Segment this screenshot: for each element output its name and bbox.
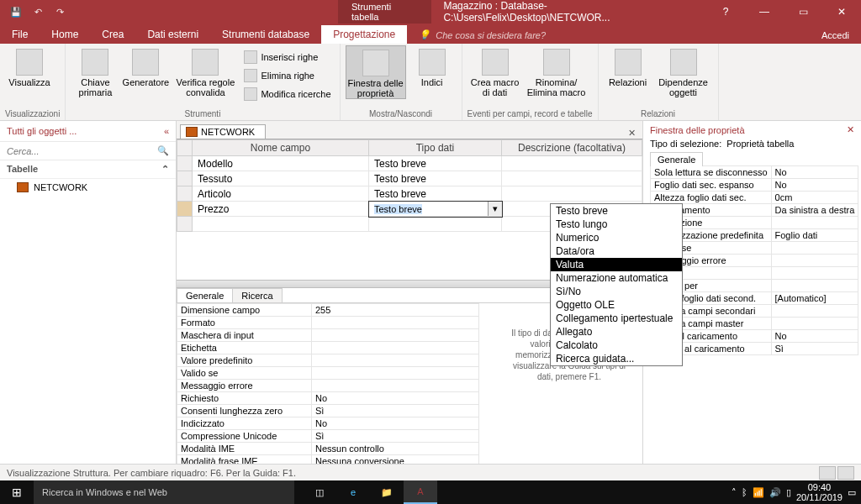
prop-value[interactable]: [312, 380, 479, 392]
prop-value[interactable]: [Automatico]: [771, 292, 858, 305]
sign-in-link[interactable]: Accedi: [810, 27, 861, 44]
prop-value[interactable]: No: [771, 166, 858, 179]
dropdown-option[interactable]: Testo lungo: [551, 218, 682, 231]
document-close-button[interactable]: ✕: [621, 128, 642, 139]
volume-icon[interactable]: 🔊: [769, 487, 781, 498]
fp-tab-lookup[interactable]: Ricerca: [232, 288, 282, 302]
data-type-cell[interactable]: Testo breve: [369, 186, 502, 202]
nav-category-tables[interactable]: Tabelle⌃: [0, 160, 176, 179]
tab-home[interactable]: Home: [40, 25, 90, 44]
prop-value[interactable]: [312, 317, 479, 329]
prop-value[interactable]: 255: [312, 304, 479, 317]
start-button[interactable]: ⊞: [0, 486, 34, 499]
dropdown-arrow-icon[interactable]: ▾: [488, 202, 501, 216]
delete-rows-button[interactable]: Elimina righe: [240, 67, 334, 84]
nav-title[interactable]: Tutti gli oggetti ...: [7, 126, 77, 136]
dropdown-option[interactable]: Oggetto OLE: [551, 298, 682, 312]
row-selector[interactable]: [177, 186, 193, 202]
desc-cell[interactable]: [502, 171, 642, 186]
primary-key-button[interactable]: Chiave primaria: [71, 45, 119, 97]
row-selector[interactable]: [177, 156, 193, 171]
taskbar-search[interactable]: Ricerca in Windows e nel Web: [34, 480, 294, 504]
redo-icon[interactable]: ↷: [50, 3, 69, 21]
property-sheet-button[interactable]: Finestra delle proprietà: [346, 45, 406, 99]
row-selector[interactable]: [177, 171, 193, 186]
object-dependencies-button[interactable]: Dipendenze oggetti: [654, 45, 713, 97]
prop-value[interactable]: No: [771, 330, 858, 343]
prop-value[interactable]: Nessun controllo: [312, 443, 479, 455]
data-type-cell[interactable]: Testo breve: [369, 171, 502, 186]
ps-tab-general[interactable]: Generale: [650, 152, 703, 166]
help-button[interactable]: ?: [706, 0, 745, 24]
dropdown-option[interactable]: Numerico: [551, 231, 682, 244]
fp-tab-general[interactable]: Generale: [177, 288, 233, 302]
test-rules-button[interactable]: Verifica regole convalida: [172, 45, 239, 97]
battery-icon[interactable]: ▯: [786, 487, 791, 498]
dropdown-option[interactable]: Calcolato: [551, 339, 682, 352]
file-explorer-icon[interactable]: 📁: [370, 480, 404, 504]
prop-value[interactable]: [312, 342, 479, 354]
nav-search-input[interactable]: [7, 146, 157, 156]
tab-external-data[interactable]: Dati esterni: [135, 25, 210, 44]
insert-rows-button[interactable]: Inserisci righe: [240, 49, 334, 66]
search-icon[interactable]: 🔍: [157, 145, 169, 156]
dropdown-option[interactable]: Sì/No: [551, 285, 682, 298]
tray-chevron-icon[interactable]: ˄: [732, 487, 737, 498]
field-name-cell[interactable]: Tessuto: [193, 171, 369, 186]
minimize-button[interactable]: —: [745, 0, 784, 24]
prop-value[interactable]: Sì: [771, 343, 858, 355]
close-button[interactable]: ✕: [822, 0, 861, 24]
notifications-icon[interactable]: ▭: [848, 487, 856, 498]
undo-icon[interactable]: ↶: [29, 3, 47, 21]
restore-button[interactable]: ▭: [784, 0, 822, 24]
rename-delete-macro-button[interactable]: Rinomina/ Elimina macro: [525, 45, 589, 97]
prop-value[interactable]: [771, 267, 858, 280]
tell-me-search[interactable]: 💡 Che cosa si desidera fare?: [407, 26, 557, 44]
dropdown-option[interactable]: Data/ora: [551, 244, 682, 258]
prop-value[interactable]: [312, 354, 479, 367]
prop-value[interactable]: [771, 280, 858, 292]
prop-value[interactable]: Sì: [312, 430, 479, 443]
data-type-cell[interactable]: Testo breve: [369, 156, 502, 171]
dropdown-option[interactable]: Ricerca guidata...: [551, 352, 682, 365]
dropdown-option[interactable]: Testo breve: [551, 204, 682, 218]
nav-search[interactable]: 🔍: [0, 142, 176, 160]
access-icon[interactable]: A: [404, 480, 437, 504]
prop-value[interactable]: No: [312, 392, 479, 405]
row-selector[interactable]: [177, 217, 193, 232]
data-type-dropdown[interactable]: Testo breve Testo lungo Numerico Data/or…: [550, 203, 683, 366]
edge-icon[interactable]: e: [336, 480, 370, 504]
prop-value[interactable]: [771, 255, 858, 267]
task-view-icon[interactable]: ◫: [303, 480, 336, 504]
system-tray[interactable]: ˄ ᛒ 📶 🔊 ▯ 09:4020/11/2019 ▭: [732, 482, 861, 502]
prop-value[interactable]: No: [312, 417, 479, 430]
create-data-macro-button[interactable]: Crea macro di dati: [467, 45, 523, 97]
data-type-cell[interactable]: [369, 217, 502, 232]
col-field-name[interactable]: Nome campo: [193, 140, 369, 156]
dropdown-option[interactable]: Numerazione automatica: [551, 271, 682, 285]
nav-collapse-icon[interactable]: «: [164, 126, 169, 136]
dropdown-option[interactable]: Allegato: [551, 325, 682, 339]
clock[interactable]: 09:4020/11/2019: [796, 482, 843, 502]
tab-db-tools[interactable]: Strumenti database: [210, 25, 321, 44]
prop-value[interactable]: 0cm: [771, 192, 858, 204]
design-view-button[interactable]: [837, 466, 854, 480]
view-button[interactable]: Visualizza: [5, 45, 54, 87]
builder-button[interactable]: Generatore: [121, 45, 170, 87]
prop-value[interactable]: Foglio dati: [771, 229, 858, 242]
desc-cell[interactable]: [502, 156, 642, 171]
prop-value[interactable]: Sì: [312, 405, 479, 417]
desc-cell[interactable]: [502, 186, 642, 202]
col-data-type[interactable]: Tipo dati: [369, 140, 502, 156]
field-properties-grid[interactable]: Dimensione campo255 Formato Maschera di …: [177, 303, 479, 480]
wifi-icon[interactable]: 📶: [753, 487, 764, 498]
dropdown-option[interactable]: Collegamento ipertestuale: [551, 312, 682, 325]
prop-value[interactable]: No: [771, 179, 858, 192]
indexes-button[interactable]: Indici: [408, 45, 457, 87]
prop-value[interactable]: [771, 318, 858, 330]
save-icon[interactable]: 💾: [7, 3, 25, 21]
tab-design[interactable]: Progettazione: [321, 25, 407, 44]
row-selector[interactable]: [177, 202, 193, 217]
property-sheet-close-button[interactable]: ✕: [847, 124, 854, 135]
field-name-cell[interactable]: Prezzo: [193, 202, 369, 217]
